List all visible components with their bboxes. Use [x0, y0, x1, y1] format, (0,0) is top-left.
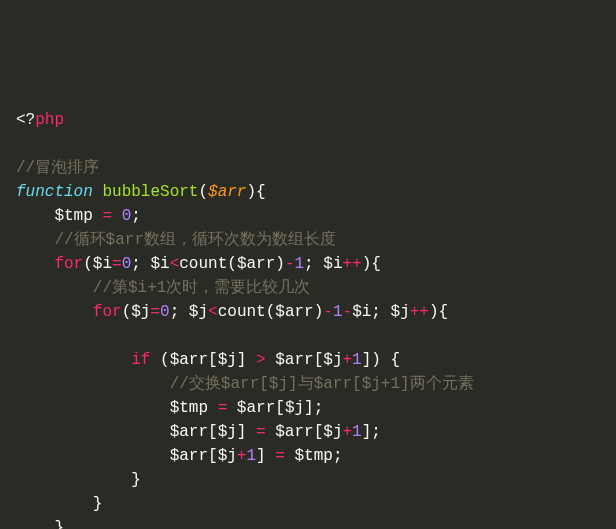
number: 0 — [160, 303, 170, 321]
bracket: [ — [275, 399, 285, 417]
call: count( — [218, 303, 276, 321]
indent — [16, 351, 131, 369]
bracket-semi: ]; — [362, 423, 381, 441]
brace: } — [16, 519, 64, 529]
bracket: [ — [314, 423, 324, 441]
var: $j — [323, 351, 342, 369]
paren: ( — [122, 303, 132, 321]
var: $arr — [170, 351, 208, 369]
space — [266, 423, 276, 441]
code-line: } — [16, 468, 600, 492]
brace: } — [16, 495, 102, 513]
comment: //交换$arr[$j]与$arr[$j+1]两个元素 — [170, 375, 474, 393]
var: $j — [218, 423, 237, 441]
code-line: $arr[$j] = $arr[$j+1]; — [16, 420, 600, 444]
op: - — [285, 255, 295, 273]
paren-brace: ){ — [246, 183, 265, 201]
var: $j — [285, 399, 304, 417]
code-line: $arr[$j+1] = $tmp; — [16, 444, 600, 468]
bracket: ] — [256, 447, 275, 465]
comment: //冒泡排序 — [16, 159, 99, 177]
var: $j — [391, 303, 410, 321]
number: 0 — [122, 255, 132, 273]
bracket: [ — [208, 447, 218, 465]
var: $arr — [275, 423, 313, 441]
code-line: for($j=0; $j<count($arr)-1-$i; $j++){ — [16, 300, 600, 324]
var: $i — [93, 255, 112, 273]
var: $arr — [237, 255, 275, 273]
call: count( — [179, 255, 237, 273]
number: 1 — [352, 423, 362, 441]
bracket: [ — [208, 351, 218, 369]
code-line: for($i=0; $i<count($arr)-1; $i++){ — [16, 252, 600, 276]
blank-line — [16, 132, 600, 156]
space — [93, 207, 103, 225]
param: $arr — [208, 183, 246, 201]
sep: ; — [304, 255, 323, 273]
var: $arr — [275, 303, 313, 321]
paren: ) — [314, 303, 324, 321]
op: - — [343, 303, 353, 321]
code-line: $tmp = 0; — [16, 204, 600, 228]
space — [266, 351, 276, 369]
sep: ; — [371, 303, 390, 321]
op: = — [150, 303, 160, 321]
indent — [16, 255, 54, 273]
code-line: //冒泡排序 — [16, 156, 600, 180]
var: $j — [131, 303, 150, 321]
space — [93, 183, 103, 201]
op: > — [256, 351, 266, 369]
code-line: //循环$arr数组，循环次数为数组长度 — [16, 228, 600, 252]
bracket: [ — [208, 423, 218, 441]
indent — [16, 375, 170, 393]
space — [112, 207, 122, 225]
op: + — [237, 447, 247, 465]
op: < — [170, 255, 180, 273]
number: 1 — [295, 255, 305, 273]
var: $arr — [275, 351, 313, 369]
op: = — [112, 255, 122, 273]
op: ++ — [343, 255, 362, 273]
code-line: function bubbleSort($arr){ — [16, 180, 600, 204]
space — [208, 399, 218, 417]
code-line: <?php — [16, 108, 600, 132]
op: + — [342, 351, 352, 369]
number: 0 — [122, 207, 132, 225]
brace: ){ — [429, 303, 448, 321]
var: $arr — [170, 423, 208, 441]
indent — [16, 423, 170, 441]
keyword-for: for — [54, 255, 83, 273]
code-line: $tmp = $arr[$j]; — [16, 396, 600, 420]
op: = — [256, 423, 266, 441]
var: $i — [352, 303, 371, 321]
bracket-semi: ]; — [304, 399, 323, 417]
indent — [16, 279, 93, 297]
sep: ; — [170, 303, 189, 321]
paren: ( — [150, 351, 169, 369]
var: $tmp — [294, 447, 332, 465]
op: = — [275, 447, 285, 465]
op: = — [102, 207, 112, 225]
sep: ; — [131, 255, 150, 273]
space — [227, 399, 237, 417]
blank-line — [16, 324, 600, 348]
code-line: //交换$arr[$j]与$arr[$j+1]两个元素 — [16, 372, 600, 396]
paren: ) — [275, 255, 285, 273]
op: - — [323, 303, 333, 321]
var: $j — [218, 351, 237, 369]
number: 1 — [352, 351, 362, 369]
code-line: //第$i+1次时，需要比较几次 — [16, 276, 600, 300]
keyword-for: for — [93, 303, 122, 321]
code-line: } — [16, 516, 600, 529]
indent — [16, 207, 54, 225]
function-name: bubbleSort — [102, 183, 198, 201]
php-open: <? — [16, 111, 35, 129]
var: $tmp — [170, 399, 208, 417]
brace: ){ — [362, 255, 381, 273]
number: 1 — [333, 303, 343, 321]
keyword-function: function — [16, 183, 93, 201]
brace: ]) { — [362, 351, 400, 369]
var: $j — [323, 423, 342, 441]
var: $i — [323, 255, 342, 273]
indent — [16, 399, 170, 417]
